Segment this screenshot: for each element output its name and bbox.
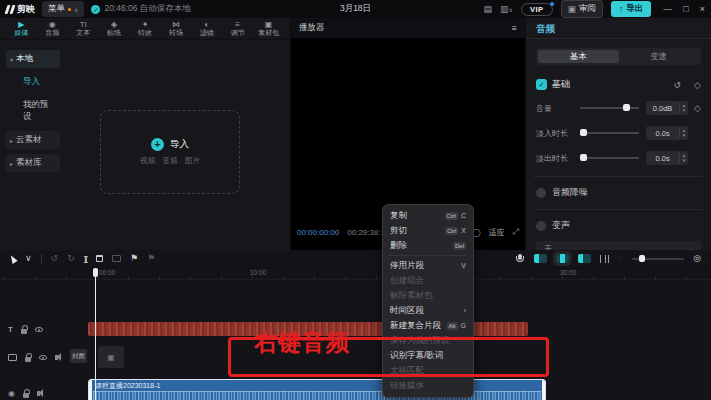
import-dropzone[interactable]: + 导入 视频、音频、图片	[100, 110, 240, 194]
timeline-zoom-handle[interactable]	[639, 255, 645, 262]
fade-out-stepper[interactable]: ▴▾	[679, 153, 688, 163]
close-button[interactable]: ×	[700, 4, 705, 14]
cover-button[interactable]: 封面	[70, 349, 87, 363]
audio-icon: ◉	[49, 20, 56, 29]
inspector-title: 音频	[526, 18, 711, 39]
timeline-zoom-slider[interactable]	[632, 258, 684, 260]
playhead[interactable]	[95, 268, 96, 400]
annotation-text: 右键音频	[254, 327, 350, 358]
reset-icon[interactable]: ↺	[674, 80, 682, 90]
main-track-magnet-toggle[interactable]	[534, 254, 547, 263]
sidebar-item-import[interactable]: 导入	[6, 73, 60, 91]
visibility-icon[interactable]	[39, 355, 47, 360]
layout-switch-icon[interactable]: ▥∨	[500, 5, 513, 14]
auto-snap-toggle[interactable]	[556, 254, 569, 263]
fade-in-stepper[interactable]: ▴▾	[679, 128, 688, 138]
redo-icon[interactable]: ↻	[67, 254, 75, 263]
volume-slider-handle[interactable]	[623, 104, 630, 111]
menu-item-disable-clip[interactable]: 停用片段V	[383, 258, 473, 273]
mute-icon[interactable]	[55, 355, 58, 360]
menu-item-new-compound-clip[interactable]: 新建复合片段AltG	[383, 318, 473, 333]
video-clip[interactable]: ▣	[98, 346, 124, 368]
adjust-icon: ≡	[235, 20, 240, 29]
fade-in-value-box[interactable]: 0.0s▴▾	[646, 126, 688, 140]
menu-item-link-media[interactable]: 链接媒体	[383, 378, 473, 393]
menu-button[interactable]: 菜单 ∨	[42, 1, 84, 17]
menu-item-ungroup-pack[interactable]: 解除素材包	[383, 288, 473, 303]
fade-in-slider-handle[interactable]	[580, 129, 587, 136]
menu-item-delete[interactable]: 删除Del	[383, 238, 473, 253]
app-logo-icon	[6, 5, 14, 14]
export-button[interactable]: ↑ 导出	[611, 1, 651, 17]
lock-icon[interactable]	[21, 329, 27, 334]
select-tool[interactable]	[10, 255, 16, 263]
sidebar-item-local[interactable]: ▾本地	[6, 50, 60, 68]
menu-item-copy[interactable]: 复制CtrlC	[383, 208, 473, 223]
player-menu-icon[interactable]: ≡	[512, 23, 517, 33]
basic-section-checkbox[interactable]: ✓	[536, 79, 547, 90]
volume-slider[interactable]	[580, 107, 639, 109]
restore-button[interactable]: □	[683, 4, 688, 14]
fade-out-slider[interactable]	[580, 157, 639, 159]
fade-out-value-box[interactable]: 0.0s▴▾	[646, 151, 688, 165]
media-panel: ▶媒体 ◉音频 TI文本 ◈贴纸 ✦特效 ⋈转场 ◐滤镜 ≡调节 ▣素材包 ▾本…	[0, 18, 290, 250]
preview-axis-icon[interactable]	[600, 255, 609, 263]
record-voiceover-icon[interactable]	[518, 254, 525, 263]
fit-mode-select[interactable]: 适应	[489, 227, 505, 238]
tab-audio[interactable]: ◉音频	[37, 20, 68, 37]
link-clips-toggle[interactable]	[578, 254, 591, 263]
volume-value-box[interactable]: 0.0dB▴▾	[646, 101, 688, 115]
tab-media[interactable]: ▶媒体	[6, 20, 37, 37]
audio-clip[interactable]: 课程直播20230318-1	[88, 379, 546, 400]
volume-stepper[interactable]: ▴▾	[679, 103, 688, 113]
chevron-down-icon[interactable]: ∨	[25, 254, 32, 263]
tab-transition[interactable]: ⋈转场	[160, 20, 191, 37]
sidebar-item-library[interactable]: ▸素材库	[6, 154, 60, 172]
audio-clip-name: 课程直播20230318-1	[95, 381, 160, 391]
menu-item-cut[interactable]: 剪切CtrlX	[383, 223, 473, 238]
project-title: 3月18日	[340, 3, 371, 15]
manual-beat-icon[interactable]: ⚑	[130, 254, 138, 263]
lock-icon[interactable]	[25, 357, 31, 362]
tab-filter[interactable]: ◐滤镜	[191, 20, 222, 37]
keyframe-icon[interactable]: ◇	[694, 103, 701, 113]
tab-speed[interactable]: 变速	[619, 50, 700, 63]
visibility-icon[interactable]	[35, 327, 43, 332]
tab-material-pack[interactable]: ▣素材包	[253, 20, 284, 37]
layout-panel-icon[interactable]: ▤	[484, 5, 493, 14]
fade-out-slider-handle[interactable]	[580, 154, 587, 161]
menu-item-create-group[interactable]: 创建组合	[383, 273, 473, 288]
tab-text[interactable]: TI文本	[68, 20, 99, 37]
tab-basic[interactable]: 基本	[538, 50, 619, 63]
audio-inspector-panel: 音频 基本 变速 ✓ 基础 ↺ ◇ 音量 0.0dB▴▾ ◇ 淡入时长 0.0s…	[526, 18, 711, 250]
keyframe-icon[interactable]: ◇	[694, 80, 701, 90]
autosave-status: ✓ 20:46:06 自动保存本地	[91, 3, 190, 15]
timeline-ruler[interactable]: 00:00 10:00 20:00 30:00	[0, 268, 711, 280]
noise-reduction-checkbox[interactable]	[536, 188, 546, 198]
menu-item-time-range[interactable]: 时间区段›	[383, 303, 473, 318]
playhead-handle[interactable]	[93, 268, 98, 277]
auto-beat-icon[interactable]: ⚑	[147, 254, 155, 263]
fade-in-slider[interactable]	[580, 132, 639, 134]
sidebar-item-presets[interactable]: 我的预设	[6, 96, 60, 126]
undo-icon[interactable]: ↺	[51, 254, 59, 263]
minimize-button[interactable]: —	[663, 4, 672, 14]
fullscreen-icon[interactable]: ⤢	[513, 227, 519, 237]
lock-icon[interactable]	[23, 393, 29, 398]
voice-change-checkbox[interactable]	[536, 221, 546, 231]
voice-change-label: 变声	[552, 219, 570, 232]
transition-icon: ⋈	[172, 20, 180, 29]
sidebar-item-cloud[interactable]: ▸云素材	[6, 131, 60, 149]
split-icon[interactable]: ][	[84, 255, 87, 263]
freeze-frame-icon[interactable]	[112, 255, 121, 262]
fit-timeline-icon[interactable]: ◎	[693, 254, 701, 263]
tab-adjust[interactable]: ≡调节	[222, 20, 253, 37]
tab-effects[interactable]: ✦特效	[130, 20, 161, 37]
basic-section-label: 基础	[552, 78, 661, 91]
snap-icon[interactable]: ◌	[618, 254, 623, 263]
vip-badge[interactable]: VIP	[521, 3, 553, 16]
mute-icon[interactable]	[37, 391, 40, 396]
review-button[interactable]: ▣ 审阅	[561, 0, 604, 18]
tab-sticker[interactable]: ◈贴纸	[99, 20, 130, 37]
delete-icon[interactable]	[96, 255, 103, 262]
